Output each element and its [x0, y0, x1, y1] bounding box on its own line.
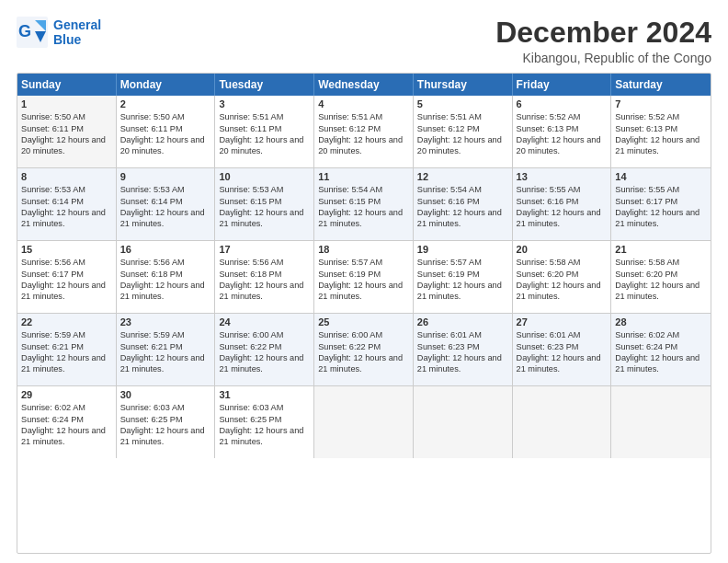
- daylight-text: Daylight: 12 hours and 21 minutes.: [219, 280, 310, 303]
- header-friday: Friday: [513, 74, 612, 96]
- sunrise-text: Sunrise: 6:03 AM: [219, 402, 310, 413]
- cell-w4-d5: 26 Sunrise: 6:01 AM Sunset: 6:23 PM Dayl…: [414, 314, 513, 385]
- day-number: 9: [120, 171, 211, 182]
- daylight-text: Daylight: 12 hours and 21 minutes.: [615, 134, 707, 157]
- sunrise-text: Sunrise: 5:53 AM: [219, 184, 310, 195]
- daylight-text: Daylight: 12 hours and 21 minutes.: [318, 352, 409, 375]
- sunrise-text: Sunrise: 5:59 AM: [120, 329, 211, 340]
- daylight-text: Daylight: 12 hours and 21 minutes.: [120, 352, 211, 375]
- header-saturday: Saturday: [611, 74, 711, 96]
- cell-w3-d3: 17 Sunrise: 5:56 AM Sunset: 6:18 PM Dayl…: [215, 241, 314, 313]
- subtitle: Kibangou, Republic of the Congo: [495, 51, 711, 65]
- logo: G GeneralBlue: [17, 17, 101, 48]
- day-number: 19: [417, 244, 508, 255]
- day-number: 26: [417, 316, 508, 327]
- calendar-header: Sunday Monday Tuesday Wednesday Thursday…: [17, 74, 711, 96]
- day-number: 25: [318, 316, 409, 327]
- sunset-text: Sunset: 6:13 PM: [517, 123, 608, 134]
- sunset-text: Sunset: 6:23 PM: [417, 341, 508, 352]
- header-sunday: Sunday: [17, 74, 117, 96]
- day-number: 4: [318, 98, 409, 109]
- sunrise-text: Sunrise: 6:02 AM: [21, 402, 112, 413]
- sunset-text: Sunset: 6:22 PM: [219, 341, 310, 352]
- week-2: 8 Sunrise: 5:53 AM Sunset: 6:14 PM Dayli…: [17, 168, 711, 241]
- cell-w2-d5: 12 Sunrise: 5:54 AM Sunset: 6:16 PM Dayl…: [414, 168, 513, 240]
- daylight-text: Daylight: 12 hours and 21 minutes.: [21, 352, 112, 375]
- sunset-text: Sunset: 6:11 PM: [219, 123, 310, 134]
- cell-w3-d7: 21 Sunrise: 5:58 AM Sunset: 6:20 PM Dayl…: [611, 241, 711, 313]
- sunrise-text: Sunrise: 5:58 AM: [517, 257, 608, 268]
- cell-w4-d1: 22 Sunrise: 5:59 AM Sunset: 6:21 PM Dayl…: [17, 314, 117, 385]
- cell-w3-d1: 15 Sunrise: 5:56 AM Sunset: 6:17 PM Dayl…: [17, 241, 117, 313]
- daylight-text: Daylight: 12 hours and 21 minutes.: [517, 352, 608, 375]
- sunrise-text: Sunrise: 6:01 AM: [517, 329, 608, 340]
- daylight-text: Daylight: 12 hours and 20 minutes.: [120, 134, 211, 157]
- daylight-text: Daylight: 12 hours and 21 minutes.: [517, 207, 608, 230]
- sunset-text: Sunset: 6:15 PM: [219, 196, 310, 207]
- daylight-text: Daylight: 12 hours and 21 minutes.: [120, 425, 211, 448]
- day-number: 29: [21, 389, 112, 400]
- sunset-text: Sunset: 6:24 PM: [615, 341, 707, 352]
- day-number: 21: [615, 244, 707, 255]
- sunset-text: Sunset: 6:23 PM: [517, 341, 608, 352]
- sunset-text: Sunset: 6:11 PM: [21, 123, 112, 134]
- sunrise-text: Sunrise: 6:01 AM: [417, 329, 508, 340]
- sunrise-text: Sunrise: 5:56 AM: [21, 257, 112, 268]
- cell-w2-d4: 11 Sunrise: 5:54 AM Sunset: 6:15 PM Dayl…: [314, 168, 414, 240]
- day-number: 22: [21, 316, 112, 327]
- day-number: 18: [318, 244, 409, 255]
- sunrise-text: Sunrise: 5:51 AM: [219, 111, 310, 122]
- cell-w5-d3: 31 Sunrise: 6:03 AM Sunset: 6:25 PM Dayl…: [215, 386, 314, 458]
- cell-w1-d6: 6 Sunrise: 5:52 AM Sunset: 6:13 PM Dayli…: [513, 96, 612, 167]
- cell-w4-d7: 28 Sunrise: 6:02 AM Sunset: 6:24 PM Dayl…: [611, 314, 711, 385]
- header-tuesday: Tuesday: [215, 74, 314, 96]
- sunrise-text: Sunrise: 5:54 AM: [318, 184, 409, 195]
- header-wednesday: Wednesday: [314, 74, 414, 96]
- sunrise-text: Sunrise: 5:54 AM: [417, 184, 508, 195]
- daylight-text: Daylight: 12 hours and 21 minutes.: [21, 280, 112, 303]
- day-number: 28: [615, 316, 707, 327]
- day-number: 30: [120, 389, 211, 400]
- sunset-text: Sunset: 6:25 PM: [219, 414, 310, 425]
- day-number: 31: [219, 389, 310, 400]
- daylight-text: Daylight: 12 hours and 21 minutes.: [318, 207, 409, 230]
- sunrise-text: Sunrise: 6:00 AM: [318, 329, 409, 340]
- day-number: 13: [517, 171, 608, 182]
- week-3: 15 Sunrise: 5:56 AM Sunset: 6:17 PM Dayl…: [17, 241, 711, 314]
- cell-w1-d2: 2 Sunrise: 5:50 AM Sunset: 6:11 PM Dayli…: [117, 96, 216, 167]
- sunset-text: Sunset: 6:17 PM: [615, 196, 707, 207]
- sunrise-text: Sunrise: 5:55 AM: [615, 184, 707, 195]
- cell-w4-d2: 23 Sunrise: 5:59 AM Sunset: 6:21 PM Dayl…: [117, 314, 216, 385]
- sunrise-text: Sunrise: 5:56 AM: [120, 257, 211, 268]
- daylight-text: Daylight: 12 hours and 20 minutes.: [219, 134, 310, 157]
- sunrise-text: Sunrise: 6:00 AM: [219, 329, 310, 340]
- cell-w1-d7: 7 Sunrise: 5:52 AM Sunset: 6:13 PM Dayli…: [611, 96, 711, 167]
- cell-w2-d1: 8 Sunrise: 5:53 AM Sunset: 6:14 PM Dayli…: [17, 168, 117, 240]
- daylight-text: Daylight: 12 hours and 21 minutes.: [21, 207, 112, 230]
- sunrise-text: Sunrise: 5:58 AM: [615, 257, 707, 268]
- calendar-body: 1 Sunrise: 5:50 AM Sunset: 6:11 PM Dayli…: [17, 96, 711, 458]
- daylight-text: Daylight: 12 hours and 21 minutes.: [120, 207, 211, 230]
- day-number: 3: [219, 98, 310, 109]
- sunrise-text: Sunrise: 5:50 AM: [21, 111, 112, 122]
- day-number: 12: [417, 171, 508, 182]
- sunset-text: Sunset: 6:21 PM: [21, 341, 112, 352]
- page: G GeneralBlue December 2024 Kibangou, Re…: [0, 0, 728, 563]
- svg-text:G: G: [18, 22, 31, 40]
- daylight-text: Daylight: 12 hours and 21 minutes.: [318, 280, 409, 303]
- cell-w2-d2: 9 Sunrise: 5:53 AM Sunset: 6:14 PM Dayli…: [117, 168, 216, 240]
- main-title: December 2024: [495, 17, 711, 49]
- day-number: 6: [517, 98, 608, 109]
- sunset-text: Sunset: 6:24 PM: [21, 414, 112, 425]
- daylight-text: Daylight: 12 hours and 20 minutes.: [417, 134, 508, 157]
- cell-w2-d3: 10 Sunrise: 5:53 AM Sunset: 6:15 PM Dayl…: [215, 168, 314, 240]
- week-1: 1 Sunrise: 5:50 AM Sunset: 6:11 PM Dayli…: [17, 96, 711, 168]
- sunrise-text: Sunrise: 5:50 AM: [120, 111, 211, 122]
- cell-w3-d5: 19 Sunrise: 5:57 AM Sunset: 6:19 PM Dayl…: [414, 241, 513, 313]
- week-5: 29 Sunrise: 6:02 AM Sunset: 6:24 PM Dayl…: [17, 386, 711, 458]
- sunrise-text: Sunrise: 5:57 AM: [318, 257, 409, 268]
- day-number: 24: [219, 316, 310, 327]
- day-number: 10: [219, 171, 310, 182]
- cell-w4-d4: 25 Sunrise: 6:00 AM Sunset: 6:22 PM Dayl…: [314, 314, 414, 385]
- daylight-text: Daylight: 12 hours and 20 minutes.: [21, 134, 112, 157]
